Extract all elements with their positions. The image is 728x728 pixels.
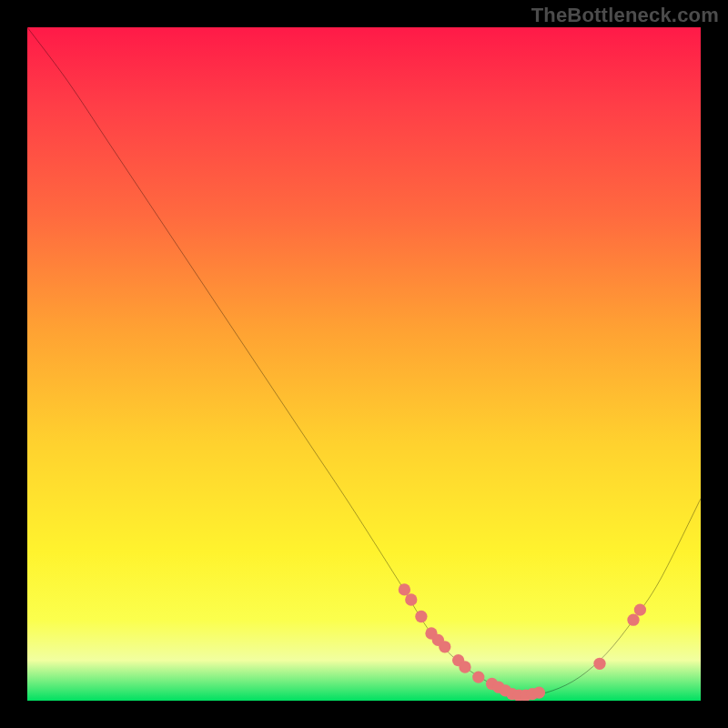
bottleneck-curve bbox=[27, 27, 701, 695]
data-marker bbox=[593, 658, 605, 670]
plot-svg bbox=[27, 27, 701, 701]
data-marker bbox=[634, 603, 646, 615]
data-marker bbox=[533, 686, 545, 698]
watermark-text: TheBottleneck.com bbox=[531, 4, 719, 27]
data-marker bbox=[459, 661, 470, 672]
plot-panel bbox=[27, 27, 701, 701]
data-marker bbox=[399, 583, 410, 595]
data-marker bbox=[439, 641, 450, 652]
data-marker bbox=[627, 614, 639, 626]
data-marker bbox=[415, 611, 427, 622]
data-marker bbox=[472, 671, 484, 682]
data-marker bbox=[405, 593, 417, 605]
chart-frame: TheBottleneck.com bbox=[0, 0, 728, 728]
marker-group bbox=[399, 583, 646, 701]
